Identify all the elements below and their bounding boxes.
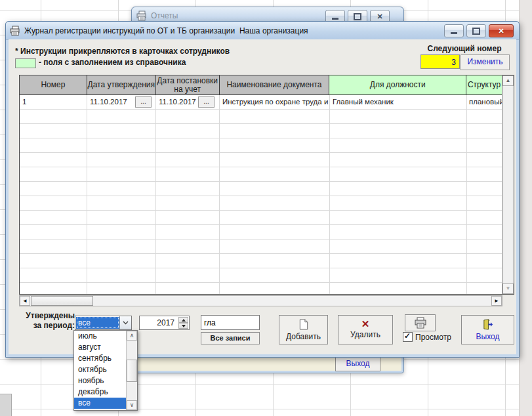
registration-date-picker-button[interactable]: ... — [198, 96, 215, 108]
minimize-button[interactable] — [444, 24, 464, 37]
exit-button[interactable]: Выход — [461, 315, 514, 344]
note-text: * Инструкции прикрепляются в карточках с… — [15, 47, 230, 56]
column-gridline — [87, 95, 87, 294]
month-combobox-value: все — [76, 317, 119, 329]
approval-date-picker-button[interactable]: ... — [135, 96, 152, 108]
month-option[interactable]: август — [74, 342, 127, 353]
cell-number[interactable]: 1 — [20, 95, 87, 109]
journal-table: НомерДата утвержденияДата постановки на … — [19, 75, 514, 295]
year-spinner[interactable]: 2017 — [139, 316, 190, 330]
chevron-down-icon[interactable] — [119, 316, 131, 329]
right-side-panel — [519, 0, 532, 416]
search-input[interactable] — [201, 315, 260, 330]
scroll-down-button[interactable]: ▼ — [502, 283, 514, 294]
add-button-label: Добавить — [286, 332, 321, 341]
dialog-title: Журнал регистрации инструкций по ОТ и ТБ… — [24, 26, 308, 35]
maximize-button[interactable] — [466, 24, 486, 37]
change-number-button[interactable]: Изменить — [460, 54, 510, 70]
dialog-titlebar[interactable]: Журнал регистрации инструкций по ОТ и ТБ… — [6, 22, 519, 40]
bottom-left-block — [0, 394, 12, 416]
column-header[interactable]: Дата утверждения — [87, 75, 156, 95]
journal-dialog: Журнал регистрации инструкций по ОТ и ТБ… — [5, 21, 520, 358]
month-dropdown-list: июльавгустсентябрьоктябрьноябрьдекабрьвс… — [73, 330, 138, 411]
delete-button[interactable]: ✕ Удалить — [338, 315, 393, 344]
legend-text: - поля с заполнением из справочника — [39, 58, 186, 67]
month-option[interactable]: декабрь — [74, 386, 127, 398]
table-header-row: НомерДата утвержденияДата постановки на … — [20, 75, 502, 95]
next-number-label: Следующий номер — [420, 44, 508, 53]
dialog-window-controls: ✕ — [444, 24, 514, 37]
cell-position[interactable]: Главный механик — [330, 95, 467, 109]
dropdown-scrollbar[interactable]: ∧ ∨ — [126, 331, 137, 410]
dropdown-scroll-thumb[interactable] — [127, 360, 137, 382]
month-option[interactable]: ноябрь — [74, 375, 127, 386]
cell-approval-date[interactable]: 11.10.2017 — [87, 95, 134, 109]
delete-x-icon: ✕ — [361, 320, 370, 328]
scroll-left-button[interactable]: ◄ — [20, 296, 30, 306]
delete-button-label: Удалить — [350, 330, 380, 339]
dialog-body: * Инструкции прикрепляются в карточках с… — [9, 39, 516, 354]
spinner-buttons — [178, 317, 188, 329]
report-icon — [136, 10, 147, 21]
close-icon: ✕ — [498, 28, 504, 35]
new-document-icon — [299, 319, 308, 330]
dropdown-scroll-down-button[interactable]: ∨ — [127, 400, 137, 410]
close-icon: ✕ — [377, 13, 382, 20]
legend-green-swatch — [15, 58, 36, 68]
year-value[interactable]: 2017 — [140, 316, 177, 329]
month-option[interactable]: июль — [74, 331, 127, 342]
column-header[interactable]: Для должности — [329, 75, 466, 95]
background-window-title: Отчеты — [151, 11, 178, 20]
journal-icon — [10, 26, 20, 36]
month-option[interactable]: все — [74, 398, 127, 409]
cell-document-name[interactable]: Инструкция по охране труда и Т — [220, 95, 330, 109]
column-gridline — [219, 95, 220, 294]
month-option[interactable]: октябрь — [74, 364, 127, 375]
screen: Отчеты ✕ Выход Журнал регистрации инстру… — [0, 0, 532, 416]
minimize-icon — [451, 32, 457, 34]
all-records-button[interactable]: Все записи — [201, 332, 260, 344]
period-filter-label: Утверждены за период: — [17, 311, 75, 331]
spin-down-button[interactable] — [178, 323, 188, 329]
column-gridline — [466, 95, 467, 294]
dropdown-scroll-up-button[interactable]: ∧ — [127, 331, 137, 341]
print-button[interactable] — [405, 314, 436, 331]
preview-label: Просмотр — [415, 333, 451, 342]
month-option[interactable]: сентябрь — [74, 353, 127, 364]
exit-button-label: Выход — [476, 332, 500, 341]
cell-structure[interactable]: плановый — [467, 95, 502, 109]
column-header[interactable]: Наименование документа — [220, 75, 330, 95]
vertical-scrollbar[interactable]: ▲ ▼ — [502, 75, 514, 294]
printer-icon — [414, 317, 427, 329]
column-header[interactable]: Дата постановки на учет — [156, 75, 220, 95]
cell-registration-date[interactable]: 11.10.2017 — [156, 95, 197, 109]
preview-checkbox[interactable] — [403, 332, 413, 342]
preview-option: Просмотр — [403, 332, 451, 342]
horizontal-scrollbar[interactable]: ◄ ► — [19, 295, 502, 306]
column-gridline — [155, 95, 156, 294]
close-button[interactable]: ✕ — [489, 24, 514, 37]
add-button[interactable]: Добавить — [279, 315, 328, 344]
next-number-field[interactable]: 3 — [420, 54, 460, 69]
scroll-right-button[interactable]: ► — [491, 296, 502, 306]
maximize-icon — [354, 13, 361, 20]
exit-door-icon — [481, 319, 494, 330]
column-gridline — [329, 95, 330, 294]
spin-up-button[interactable] — [178, 317, 188, 323]
column-header[interactable]: Структур — [466, 75, 502, 95]
table-body: 1 11.10.2017 ... 11.10.2017 ... Инструкц… — [20, 95, 502, 294]
column-header[interactable]: Номер — [20, 75, 87, 95]
horizontal-scroll-thumb[interactable] — [31, 296, 93, 306]
minimize-icon — [332, 18, 338, 20]
scroll-up-button[interactable]: ▲ — [502, 75, 514, 86]
month-combobox[interactable]: все — [75, 316, 132, 330]
maximize-icon — [472, 28, 480, 35]
